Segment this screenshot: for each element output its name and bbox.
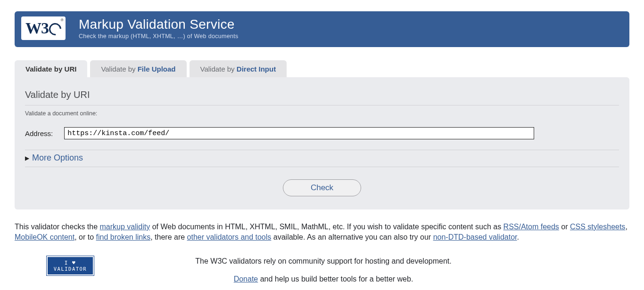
link-non-dtd-validator[interactable]: non-DTD-based validator <box>433 233 517 241</box>
more-options-toggle[interactable]: ▶ More Options <box>25 150 619 167</box>
check-button[interactable]: Check <box>283 179 361 196</box>
validate-panel: Validate by URI Validate a document onli… <box>15 77 629 209</box>
link-markup-validity[interactable]: markup validity <box>100 223 150 231</box>
page-subtitle: Check the markup (HTML, XHTML, …) of Web… <box>79 33 238 40</box>
w3c-logo[interactable]: W3 ® <box>21 16 66 40</box>
link-mobileok[interactable]: MobileOK content <box>15 233 74 241</box>
link-donate[interactable]: Donate <box>234 275 258 283</box>
i-love-validator-badge[interactable]: I ♥ VALIDATOR <box>48 257 93 274</box>
tab-validate-by-file-upload[interactable]: Validate by File Upload <box>90 60 186 77</box>
validation-tabs: Validate by URI Validate by File Upload … <box>15 60 629 77</box>
donate-line-2: Donate and help us build better tools fo… <box>112 275 535 283</box>
chevron-right-icon: ▶ <box>25 155 29 161</box>
address-label: Address: <box>25 129 53 137</box>
intro-paragraph: This validator checks the markup validit… <box>15 222 629 243</box>
logo-text: W3 <box>25 19 49 37</box>
link-rss-atom-feeds[interactable]: RSS/Atom feeds <box>504 223 559 231</box>
link-broken-links[interactable]: find broken links <box>96 233 151 241</box>
tab-validate-by-direct-input[interactable]: Validate by Direct Input <box>190 60 287 77</box>
logo-reg-mark: ® <box>60 17 64 22</box>
tab-validate-by-uri[interactable]: Validate by URI <box>15 60 87 77</box>
more-options-label: More Options <box>32 153 83 163</box>
page-title: Markup Validation Service <box>79 17 238 32</box>
link-css-stylesheets[interactable]: CSS stylesheets <box>570 223 625 231</box>
donate-line-1: The W3C validators rely on community sup… <box>112 257 535 266</box>
link-other-tools[interactable]: other validators and tools <box>187 233 272 241</box>
panel-heading: Validate by URI <box>25 89 619 105</box>
panel-subtext: Validate a document online: <box>25 110 619 117</box>
site-banner: W3 ® Markup Validation Service Check the… <box>15 11 629 47</box>
address-input[interactable] <box>64 127 534 139</box>
